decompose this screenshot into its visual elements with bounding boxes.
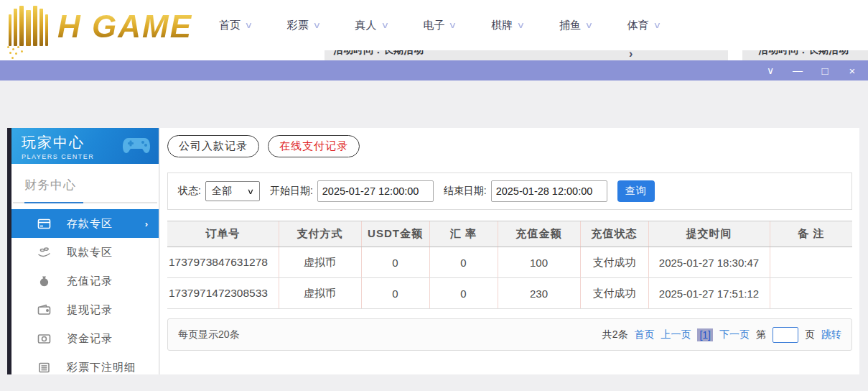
sidebar: 玩家中心 PLAYERS CENTER 财务中心 存款专区 › [11, 128, 159, 374]
sidebar-item-label: 资金记录 [67, 332, 113, 346]
nav-label: 电子 [423, 19, 444, 32]
cell-pay-method: 虚拟币 [279, 278, 361, 309]
nav-label: 体育 [627, 19, 649, 32]
status-select[interactable]: 全部 ∨ [205, 181, 260, 201]
nav-item-home[interactable]: 首页 ∨ [219, 19, 252, 32]
cell-submit-time: 2025-01-27 18:30:47 [648, 247, 770, 278]
cell-usdt-amount: 0 [361, 247, 429, 278]
cell-recharge-amount: 100 [498, 247, 580, 278]
cell-exchange-rate: 0 [429, 278, 498, 309]
sidebar-item-label: 存款专区 [67, 217, 113, 231]
col-recharge-status: 充值状态 [580, 221, 648, 247]
nav-item-live[interactable]: 真人 ∨ [355, 19, 388, 32]
background-clipped-text: 活动时间：长期活动 [325, 50, 728, 60]
cell-submit-time: 2025-01-27 17:51:12 [648, 278, 770, 309]
end-date-label: 结束日期: [444, 185, 487, 198]
col-submit-time: 提交时间 [648, 221, 770, 247]
tab-company-deposit-records[interactable]: 公司入款记录 [167, 135, 259, 157]
pagination-controls: 共2条 首页 上一页 [1] 下一页 第 页 跳转 [602, 327, 841, 343]
current-page-indicator: [1] [697, 328, 713, 341]
sidebar-item-label: 彩票下注明细 [67, 361, 136, 374]
gamepad-icon [121, 134, 151, 158]
nav-item-fishing[interactable]: 捕鱼 ∨ [559, 19, 592, 32]
table-row: 1737971472308533 虚拟币 0 0 230 支付成功 2025-0… [167, 278, 852, 309]
chevron-right-icon: › [145, 218, 149, 229]
next-page-link[interactable]: 下一页 [719, 328, 750, 341]
cell-remark [770, 278, 852, 309]
sidebar-item-label: 充值记录 [67, 275, 113, 288]
status-label: 状态: [178, 185, 201, 198]
close-icon[interactable]: × [844, 63, 861, 78]
logo-bars-icon [7, 6, 53, 47]
cell-pay-method: 虚拟币 [279, 247, 361, 278]
players-center-banner: 玩家中心 PLAYERS CENTER [11, 128, 159, 164]
nav-label: 彩票 [287, 19, 309, 32]
collapse-icon[interactable]: ∨ [762, 63, 779, 78]
sidebar-item-withdrawal-records[interactable]: 提现记录 [11, 295, 159, 324]
page-footer-strip [0, 374, 868, 391]
start-date-label: 开始日期: [270, 185, 313, 198]
table-header-row: 订单号 支付方式 USDT金额 汇 率 充值金额 充值状态 提交时间 备 注 [167, 221, 852, 247]
cell-remark [770, 247, 852, 278]
bank-card-icon [37, 217, 51, 231]
chevron-down-icon: ∨ [584, 20, 593, 30]
page-jump-input[interactable] [773, 327, 798, 343]
first-page-link[interactable]: 首页 [634, 328, 654, 341]
jump-suffix-label: 页 [805, 328, 815, 341]
sidebar-item-recharge-records[interactable]: 充值记录 [11, 267, 159, 295]
jump-button[interactable]: 跳转 [821, 328, 841, 341]
cell-order-no: 1737973847631278 [167, 247, 279, 278]
sidebar-section-title: 财务中心 [11, 164, 159, 193]
sidebar-item-label: 取款专区 [67, 246, 113, 259]
tab-online-payment-records[interactable]: 在线支付记录 [268, 135, 360, 157]
cell-recharge-amount: 230 [498, 278, 580, 309]
start-date-input[interactable] [317, 180, 434, 202]
nav-item-slots[interactable]: 电子 ∨ [423, 19, 456, 32]
query-button[interactable]: 查询 [617, 180, 655, 202]
prev-page-link[interactable]: 上一页 [661, 328, 691, 341]
col-order-no: 订单号 [167, 221, 279, 247]
logo-text: H GAME [57, 9, 192, 45]
chevron-down-icon: ∨ [517, 20, 526, 30]
end-date-input[interactable] [491, 180, 607, 202]
chevron-down-icon: ∨ [312, 20, 321, 30]
minimize-icon[interactable]: — [789, 63, 806, 78]
brand-logo[interactable]: H GAME [7, 4, 192, 49]
col-recharge-amount: 充值金额 [498, 221, 580, 247]
jump-prefix-label: 第 [756, 328, 766, 341]
sidebar-item-label: 提现记录 [67, 303, 113, 317]
background-clipped-text: 活动时间：长期活动 [742, 50, 868, 60]
clipped-text: 活动时间：长期活动 [333, 50, 728, 57]
col-exchange-rate: 汇 率 [429, 221, 498, 247]
records-table: 订单号 支付方式 USDT金额 汇 率 充值金额 充值状态 提交时间 备 注 1… [167, 221, 852, 309]
section-divider [13, 202, 157, 203]
chevron-down-icon: ∨ [653, 20, 661, 30]
top-navbar: H GAME 首页 ∨ 彩票 ∨ 真人 ∨ 电子 ∨ 棋牌 ∨ [0, 0, 868, 50]
maximize-icon[interactable]: □ [816, 63, 834, 78]
nav-item-sports[interactable]: 体育 ∨ [627, 19, 661, 32]
page-size-text: 每页显示20条 [178, 328, 240, 341]
col-pay-method: 支付方式 [279, 221, 361, 247]
money-bag-icon [37, 275, 51, 288]
chevron-down-icon: ∨ [244, 20, 253, 30]
nav-label: 首页 [219, 19, 241, 32]
nav-item-cards[interactable]: 棋牌 ∨ [491, 19, 524, 32]
sidebar-item-deposit-zone[interactable]: 存款专区 › [11, 209, 159, 238]
sidebar-item-withdraw-zone[interactable]: 取款专区 [11, 238, 159, 267]
col-usdt-amount: USDT金额 [361, 221, 429, 247]
main-content: 公司入款记录 在线支付记录 状态: 全部 ∨ 开始日期: 结束日期: 查询 订单… [160, 128, 859, 374]
status-selected-value: 全部 [212, 185, 232, 198]
filter-bar: 状态: 全部 ∨ 开始日期: 结束日期: 查询 [167, 172, 852, 210]
sidebar-item-funds-records[interactable]: 资金记录 [11, 324, 159, 353]
cell-exchange-rate: 0 [429, 247, 498, 278]
clipped-text: 活动时间：长期活动 [758, 50, 868, 57]
cell-recharge-status: 支付成功 [580, 278, 648, 309]
col-remark: 备 注 [770, 221, 852, 247]
chevron-down-icon: ∨ [247, 187, 254, 196]
sidebar-menu: 存款专区 › 取款专区 充值记录 [11, 209, 159, 382]
wallet-icon [37, 303, 51, 317]
cell-usdt-amount: 0 [361, 278, 429, 309]
nav-item-lottery[interactable]: 彩票 ∨ [287, 19, 320, 32]
app-window: H GAME 首页 ∨ 彩票 ∨ 真人 ∨ 电子 ∨ 棋牌 ∨ [0, 0, 868, 391]
coin-card-icon [37, 332, 51, 346]
